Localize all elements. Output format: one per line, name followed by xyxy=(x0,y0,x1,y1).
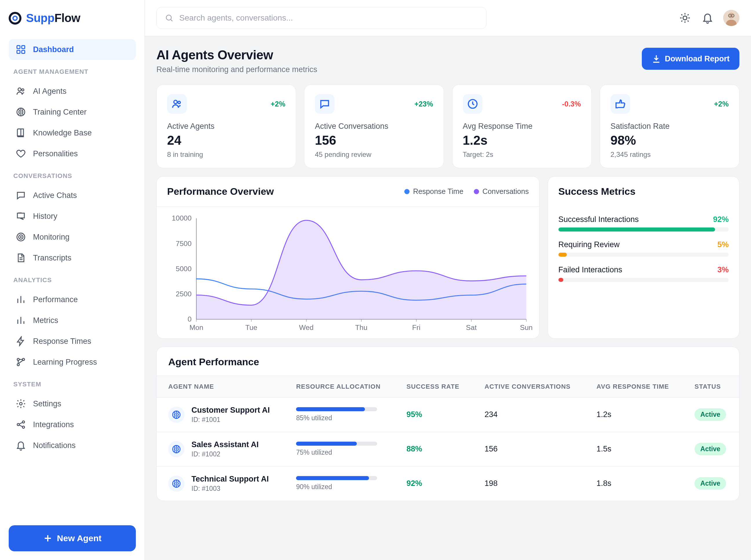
metric-label: Failed Interactions xyxy=(558,265,622,274)
utilization-bar xyxy=(296,407,377,411)
sidebar-item-knowledge-base[interactable]: Knowledge Base xyxy=(9,122,136,143)
sidebar-item-label: History xyxy=(33,212,57,221)
avg-response-time: 1.2s xyxy=(585,397,683,432)
nav-section-label: CONVERSATIONS xyxy=(13,172,131,180)
success-rate: 95% xyxy=(407,410,422,419)
stats-row: +2%Active Agents248 in training+23%Activ… xyxy=(156,84,739,168)
y-tick-label: 0 xyxy=(188,315,192,323)
stat-label: Active Agents xyxy=(167,122,285,131)
search-icon xyxy=(165,14,173,22)
table-row[interactable]: Technical Support AIID: #100390% utilize… xyxy=(157,466,739,501)
x-tick-label: Wed xyxy=(299,323,314,332)
topbar xyxy=(145,0,751,36)
logo[interactable]: SuppFlow xyxy=(9,12,136,25)
agent-performance-card: Agent Performance AGENT NAMERESOURCE ALL… xyxy=(156,347,739,501)
legend-item: Conversations xyxy=(474,187,529,196)
avatar[interactable] xyxy=(723,10,739,26)
sidebar-item-transcripts[interactable]: Transcripts xyxy=(9,247,136,268)
page-title: AI Agents Overview xyxy=(156,48,317,62)
heart-icon xyxy=(16,148,26,159)
legend-dot-icon xyxy=(474,189,479,194)
search-input[interactable] xyxy=(179,13,478,23)
search-box[interactable] xyxy=(156,7,486,29)
y-tick-label: 7500 xyxy=(176,240,192,247)
target-icon xyxy=(16,232,26,242)
sidebar-item-label: Settings xyxy=(33,399,61,408)
metric-pct: 92% xyxy=(713,215,729,224)
sidebar-item-history[interactable]: History xyxy=(9,206,136,226)
nav: DashboardAGENT MANAGEMENTAI AgentsTraini… xyxy=(9,39,136,456)
sidebar-item-response-times[interactable]: Response Times xyxy=(9,331,136,352)
share-icon xyxy=(16,419,26,430)
stat-card: -0.3%Avg Response Time1.2sTarget: 2s xyxy=(452,84,592,168)
table-column-header: AVG RESPONSE TIME xyxy=(585,376,683,397)
sidebar-item-learning-progress[interactable]: Learning Progress xyxy=(9,352,136,373)
sidebar-item-notifications[interactable]: Notifications xyxy=(9,435,136,456)
legend-label: Conversations xyxy=(482,187,529,196)
success-rate: 88% xyxy=(407,444,422,453)
sidebar-item-settings[interactable]: Settings xyxy=(9,393,136,414)
sidebar-item-monitoring[interactable]: Monitoring xyxy=(9,226,136,247)
metric-row: Failed Interactions3% xyxy=(558,265,729,282)
new-agent-button[interactable]: New Agent xyxy=(9,525,136,551)
sidebar-item-integrations[interactable]: Integrations xyxy=(9,414,136,435)
y-tick-label: 2500 xyxy=(176,290,192,298)
file-icon xyxy=(16,253,26,263)
legend-label: Response Time xyxy=(413,187,463,196)
stat-card: +2%Satisfaction Rate98%2,345 ratings xyxy=(600,84,739,168)
book-icon xyxy=(16,128,26,138)
metric-row: Requiring Review5% xyxy=(558,240,729,257)
sidebar-item-dashboard[interactable]: Dashboard xyxy=(9,39,136,60)
stat-card: +23%Active Conversations15645 pending re… xyxy=(304,84,444,168)
theme-toggle[interactable] xyxy=(678,11,692,25)
metric-row: Successful Interactions92% xyxy=(558,215,729,232)
x-tick-label: Sat xyxy=(466,323,477,332)
metric-label: Requiring Review xyxy=(558,240,620,249)
bell-icon xyxy=(702,12,713,24)
clock-icon xyxy=(463,94,482,114)
sidebar-item-label: Integrations xyxy=(33,420,74,429)
utilization-text: 75% utilized xyxy=(296,448,383,456)
sidebar-item-performance[interactable]: Performance xyxy=(9,289,136,310)
history-icon xyxy=(16,211,26,221)
sidebar-item-active-chats[interactable]: Active Chats xyxy=(9,185,136,206)
sidebar-item-label: Monitoring xyxy=(33,233,70,242)
x-tick-label: Sun xyxy=(520,323,532,332)
stat-label: Avg Response Time xyxy=(463,122,581,131)
agent-name: Sales Assistant AI xyxy=(191,440,258,449)
sun-icon xyxy=(679,12,691,24)
download-label: Download Report xyxy=(665,55,730,63)
plus-icon xyxy=(43,534,53,543)
sidebar-item-training-center[interactable]: Training Center xyxy=(9,102,136,122)
sidebar-item-personalities[interactable]: Personalities xyxy=(9,143,136,164)
stat-value: 1.2s xyxy=(463,133,581,147)
sidebar-item-metrics[interactable]: Metrics xyxy=(9,310,136,331)
stat-delta: -0.3% xyxy=(562,100,581,108)
nav-section-label: AGENT MANAGEMENT xyxy=(13,68,131,76)
metrics-title: Success Metrics xyxy=(558,186,636,197)
bell-icon xyxy=(16,440,26,451)
stat-label: Active Conversations xyxy=(315,122,433,131)
stat-card: +2%Active Agents248 in training xyxy=(156,84,296,168)
table-row[interactable]: Sales Assistant AIID: #100275% utilized8… xyxy=(157,432,739,466)
logo-icon xyxy=(9,12,21,25)
bolt-icon xyxy=(16,336,26,346)
notifications-button[interactable] xyxy=(700,11,714,25)
download-report-button[interactable]: Download Report xyxy=(642,48,740,70)
page-header: AI Agents Overview Real-time monitoring … xyxy=(156,48,739,74)
sidebar-item-label: Dashboard xyxy=(33,45,74,54)
bars-icon xyxy=(16,294,26,305)
thumb-icon xyxy=(611,94,630,114)
sidebar-item-ai-agents[interactable]: AI Agents xyxy=(9,81,136,102)
active-conversations: 198 xyxy=(473,466,585,501)
sidebar-item-label: Training Center xyxy=(33,108,86,117)
chart-legend: Response TimeConversations xyxy=(404,187,529,196)
download-icon xyxy=(652,54,661,63)
stat-sub: 45 pending review xyxy=(315,151,433,159)
chart-area xyxy=(196,220,526,319)
agent-id: ID: #1003 xyxy=(191,485,269,493)
y-tick-label: 10000 xyxy=(172,215,191,222)
table-row[interactable]: Customer Support AIID: #100185% utilized… xyxy=(157,397,739,432)
sidebar-item-label: Knowledge Base xyxy=(33,128,92,138)
success-metrics-card: Success Metrics Successful Interactions9… xyxy=(548,176,739,339)
